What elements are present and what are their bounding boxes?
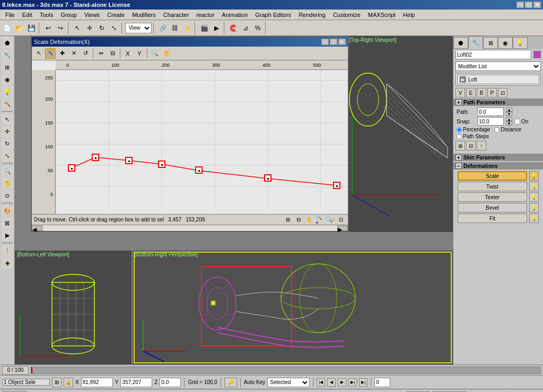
angle-snap-icon[interactable]: ⊿ [240,22,251,34]
sd-scroll-track[interactable] [42,226,337,231]
bevel-light-icon[interactable]: 💡 [529,203,539,212]
path-next-btn[interactable]: ↑ [477,141,486,150]
lt-select-icon[interactable]: ↖ [2,113,13,125]
subobj-border-icon[interactable]: B [477,88,486,97]
menu-graph-editors[interactable]: Graph Editors [252,11,294,19]
sd-symmetry-icon[interactable]: ⇔ [95,48,106,59]
menu-views[interactable]: Views [81,11,103,19]
bevel-deform-btn[interactable]: Bevel [458,203,527,212]
sd-zoom-in-icon[interactable]: 🔍+ [315,215,325,225]
timeline-track[interactable] [31,367,541,374]
subobj-edge-icon[interactable]: E [466,88,476,97]
path-down-btn[interactable]: ▼ [506,112,512,116]
sd-show-x-icon[interactable]: X [122,48,133,59]
go-start-btn[interactable]: |◀ [317,378,325,387]
next-frame-btn[interactable]: ▶| [348,378,357,387]
new-icon[interactable]: 📄 [1,22,13,34]
menu-edit[interactable]: Edit [19,11,36,19]
sd-move-icon[interactable]: ↖ [33,48,44,59]
redo-icon[interactable]: ↪ [55,22,66,34]
sd-reset-icon[interactable]: ↺ [80,48,91,59]
utility-panel-icon[interactable]: 🔨 [2,98,13,110]
lt-scale-icon[interactable]: ⤡ [2,150,13,162]
viewport-bottom-left[interactable]: [Bottom-Left Viewport] [15,251,132,364]
scale-icon[interactable]: ⤡ [108,22,120,34]
twist-deform-btn[interactable]: Twist [458,182,527,191]
deformations-expand-btn[interactable]: − [456,163,462,169]
sd-pan-icon2[interactable]: ✋ [304,215,314,225]
sd-scroll-right[interactable]: ▶ [337,226,348,231]
path-prev-btn[interactable]: ⊞ [456,141,465,150]
path-params-section-header[interactable]: + Path Parameters [453,99,543,106]
snap-down-btn[interactable]: ▼ [506,121,512,126]
lt-snap3d-icon[interactable]: ⋮ [2,245,13,256]
create-panel-icon[interactable]: ⬟ [2,37,13,49]
sd-maximize-btn[interactable]: □ [330,39,337,45]
modifier-loft-item[interactable]: ▶ Loft [457,75,539,84]
subobj-element-icon[interactable]: ⊡ [498,88,507,97]
key-lock-icon[interactable]: 🔑 [224,378,237,387]
go-end-btn[interactable]: ▶| [359,378,367,387]
snap-icon[interactable]: 🧲 [227,22,239,34]
sd-scroll-left[interactable]: ◀ [32,226,42,231]
fit-deform-btn[interactable]: Fit [458,213,527,223]
scale-deform-titlebar[interactable]: Scale Deformation(X) ─ □ ✕ [32,37,348,47]
lt-orbit-icon[interactable]: ⊙ [2,190,13,201]
twist-light-icon[interactable]: 💡 [529,182,539,191]
maximize-btn[interactable]: □ [525,2,532,8]
sd-minimize-btn[interactable]: ─ [321,39,329,45]
display-panel-icon[interactable]: 💡 [2,86,13,97]
skin-params-section-header[interactable]: + Skin Parameters [453,154,543,161]
subobj-vertex-icon[interactable]: V [456,88,465,97]
percent-snap-icon[interactable]: % [252,22,264,34]
ref-dropdown[interactable]: View [125,23,152,33]
menu-animation[interactable]: Animation [218,11,251,19]
fit-light-icon[interactable]: 💡 [529,213,539,223]
rp-tab-create[interactable]: ⬟ [453,37,468,49]
object-color-swatch[interactable] [533,51,541,58]
link-icon[interactable]: 🔗 [157,22,169,34]
path-steps-radio[interactable] [457,134,462,139]
path-input[interactable] [477,108,504,116]
lt-rotate-icon[interactable]: ↻ [2,138,13,149]
bind-icon[interactable]: ⚡ [181,22,193,34]
teeter-light-icon[interactable]: 💡 [529,192,539,202]
sd-show-y-icon[interactable]: Y [134,48,145,59]
lt-wire-icon[interactable]: ⊠ [2,217,13,229]
path-params-expand-btn[interactable]: + [456,99,462,105]
menu-create[interactable]: Create [104,11,128,19]
y-coord-input[interactable] [120,378,152,387]
frame-input[interactable] [374,378,390,387]
snap-input[interactable] [477,117,504,126]
subobj-poly-icon[interactable]: P [487,88,497,97]
menu-tools[interactable]: Tools [37,11,57,19]
object-name-input[interactable] [456,50,531,59]
rp-tab-modify[interactable]: 🔧 [468,36,483,49]
lt-render-icon[interactable]: ▶ [2,229,13,241]
menu-reactor[interactable]: reactor [193,11,217,19]
scale-deform-btn[interactable]: Scale [458,171,527,181]
menu-group[interactable]: Group [57,11,80,19]
unlink-icon[interactable]: ⛓ [169,22,181,34]
sd-zoom-all-icon[interactable]: ⊟ [294,215,303,225]
z-coord-input[interactable] [160,378,181,387]
rp-tab-motion[interactable]: ◉ [498,37,513,49]
teeter-deform-btn[interactable]: Teeter [458,192,527,202]
prev-frame-btn[interactable]: ◀ [327,378,336,387]
menu-help[interactable]: Help [400,11,418,19]
sd-zoom-ext-icon[interactable]: ⊞ [283,215,293,225]
sd-scale-icon[interactable]: ⤡ [45,48,56,59]
undo-icon[interactable]: ↩ [42,22,54,34]
lt-zoom-icon[interactable]: 🔍 [2,165,13,177]
scale-light-icon[interactable]: 💡 [529,171,539,181]
sd-close-btn[interactable]: ✕ [338,39,346,45]
sd-mirror-icon[interactable]: ⊟ [107,48,118,59]
open-icon[interactable]: 📂 [13,22,25,34]
rp-tab-hierarchy[interactable]: ⊞ [483,37,498,49]
distance-radio[interactable] [494,127,500,132]
sd-fit-icon[interactable]: ⊡ [336,215,346,225]
close-btn[interactable]: ✕ [533,2,541,8]
lock-selection-icon[interactable]: 🔒 [64,378,73,387]
mod-expand-btn[interactable]: ▶ [460,76,466,83]
sd-delete-icon[interactable]: ✕ [68,48,79,59]
